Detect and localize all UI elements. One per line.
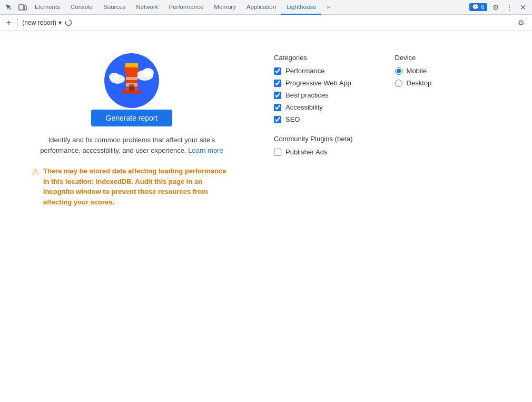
category-pwa[interactable]: Progressive Web App [274, 79, 353, 87]
svg-point-5 [109, 73, 120, 81]
categories-section: Categories Performance Progressive Web A… [274, 54, 353, 168]
chevron-down-icon: ▾ [58, 19, 62, 26]
community-plugins-title: Community Plugins (beta) [274, 135, 353, 143]
category-best-practices[interactable]: Best practices [274, 91, 353, 99]
devtools-tab-bar: Elements Console Sources Network Perform… [0, 0, 532, 15]
main-content: Generate report Identify and fix common … [0, 31, 532, 228]
svg-point-7 [142, 68, 154, 77]
toolbar-separator [17, 18, 18, 27]
category-accessibility-checkbox[interactable] [274, 104, 281, 111]
warning-icon: ⚠ [32, 166, 39, 177]
device-title: Device [395, 54, 432, 62]
device-toggle-icon[interactable] [16, 1, 29, 14]
comment-badge[interactable]: 💬 6 [469, 3, 487, 11]
left-panel: Generate report Identify and fix common … [32, 52, 232, 207]
settings-tab-icon[interactable]: ⚙ [489, 1, 503, 14]
learn-more-link[interactable]: Learn more [188, 146, 223, 154]
add-report-button[interactable]: + [4, 18, 13, 27]
device-desktop-radio[interactable] [395, 80, 402, 87]
category-pwa-checkbox[interactable] [274, 80, 281, 87]
tab-console[interactable]: Console [65, 0, 98, 15]
device-mobile-radio[interactable] [395, 67, 402, 75]
lighthouse-settings-icon[interactable]: ⚙ [514, 16, 528, 30]
community-plugins-group: Publisher Ads [274, 148, 353, 156]
plugin-publisher-ads-checkbox[interactable] [274, 149, 281, 156]
svg-rect-9 [126, 77, 137, 80]
tab-network[interactable]: Network [131, 0, 163, 15]
svg-rect-14 [129, 84, 134, 91]
report-dropdown[interactable]: (new report) ▾ [22, 19, 62, 26]
category-performance[interactable]: Performance [274, 67, 353, 75]
svg-rect-0 [19, 5, 24, 10]
category-seo[interactable]: SEO [274, 115, 353, 123]
tab-performance[interactable]: Performance [164, 0, 209, 15]
tab-elements[interactable]: Elements [29, 0, 65, 15]
category-best-practices-checkbox[interactable] [274, 92, 281, 99]
category-accessibility[interactable]: Accessibility [274, 103, 353, 111]
lighthouse-logo [103, 52, 161, 110]
tab-lighthouse[interactable]: Lighthouse [281, 0, 321, 15]
device-section: Device Mobile Desktop [395, 54, 432, 168]
warning-box: ⚠ There may be stored data affecting loa… [32, 166, 232, 207]
more-options-icon[interactable]: ⋮ [503, 1, 516, 14]
categories-checkbox-group: Performance Progressive Web App Best pra… [274, 67, 353, 123]
svg-point-2 [66, 19, 72, 25]
description-text: Identify and fix common problems that af… [32, 135, 232, 155]
tab-sources[interactable]: Sources [98, 0, 131, 15]
plugin-publisher-ads[interactable]: Publisher Ads [274, 148, 353, 156]
right-panel: Categories Performance Progressive Web A… [274, 52, 431, 207]
toolbar-row: + (new report) ▾ ⚙ [0, 15, 532, 31]
svg-rect-15 [122, 91, 142, 94]
warning-text: There may be stored data affecting loadi… [43, 166, 232, 207]
device-desktop[interactable]: Desktop [395, 79, 432, 87]
categories-device-row: Categories Performance Progressive Web A… [274, 54, 431, 168]
category-performance-checkbox[interactable] [274, 67, 281, 75]
categories-title: Categories [274, 54, 353, 62]
tab-application[interactable]: Application [241, 0, 281, 15]
comment-icon: 💬 [472, 4, 481, 10]
category-seo-checkbox[interactable] [274, 116, 281, 123]
svg-rect-1 [24, 6, 26, 10]
device-mobile[interactable]: Mobile [395, 67, 432, 75]
reload-icon[interactable] [64, 18, 73, 27]
generate-report-button[interactable]: Generate report [91, 110, 173, 126]
device-radio-group: Mobile Desktop [395, 67, 432, 87]
close-devtools-icon[interactable]: ✕ [516, 1, 530, 14]
tab-memory[interactable]: Memory [209, 0, 241, 15]
tab-more[interactable]: » [321, 0, 335, 15]
inspect-icon[interactable] [2, 1, 16, 14]
